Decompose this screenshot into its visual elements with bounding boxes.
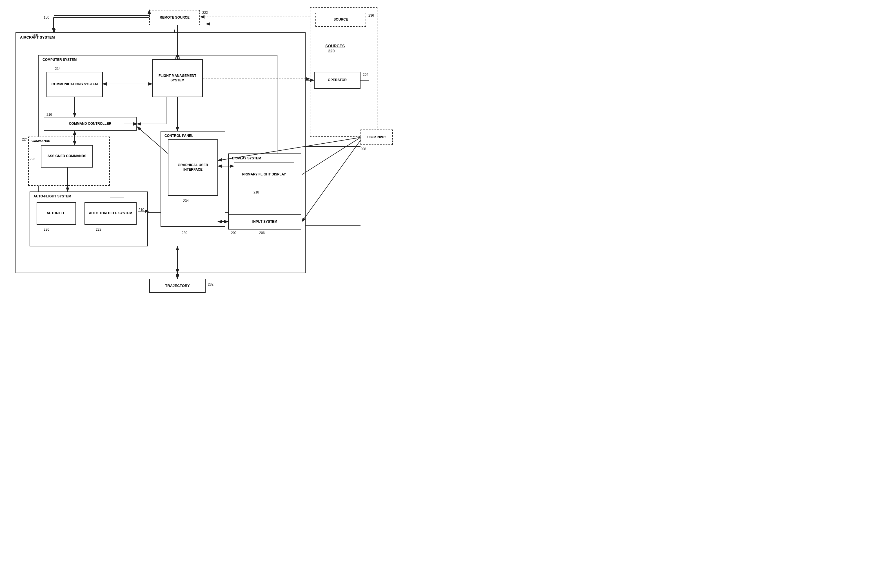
label-212: 212 [175,56,180,59]
svg-line-59 [302,140,360,222]
label-223: 223 [30,157,35,161]
label-218: 218 [254,190,259,194]
svg-line-62 [302,137,360,175]
communications-system-box: COMMUNICATIONS SYSTEM [47,72,103,97]
diagram: 150 REMOTE SOURCE 222 SOURCE 236 SOURCES… [0,0,445,294]
sources-label: SOURCES [325,44,345,48]
label-234: 234 [183,199,189,203]
label-224: 224 [22,137,28,141]
label-204: 204 [363,73,368,76]
label-202: 202 [231,231,237,235]
label-208: 208 [360,147,366,151]
autopilot-box: AUTOPILOT [37,202,76,225]
source-box: SOURCE [315,13,366,27]
input-system-box: INPUT SYSTEM [228,214,302,230]
label-200: 200 [32,33,38,37]
operator-box: OPERATOR [314,72,360,89]
primary-flight-display-box: PRIMARY FLIGHT DISPLAY [234,162,294,187]
label-150: 150 [44,15,49,20]
label-228: 228 [96,228,101,231]
label-226: 226 [44,228,49,231]
trajectory-box: TRAJECTORY [149,279,206,293]
gui-box: GRAPHICAL USER INTERFACE [168,140,218,196]
label-220: 220 [328,49,335,53]
label-222: 222 [202,11,208,15]
flight-management-box: FLIGHT MANAGEMENT SYSTEM [152,59,203,97]
label-236: 236 [368,14,374,18]
remote-source-box: REMOTE SOURCE [149,10,200,26]
label-206: 206 [259,231,265,235]
label-216: 216 [47,112,52,117]
command-controller-box: COMMAND CONTROLLER [44,117,137,131]
label-232: 232 [208,282,213,286]
assigned-commands-box: ASSIGNED COMMANDS [41,145,93,168]
auto-throttle-box: AUTO THROTTLE SYSTEM [84,202,137,225]
label-230: 230 [182,231,187,235]
user-input-box: USER INPUT [360,129,393,145]
label-210: 210 [138,208,144,212]
label-214: 214 [55,67,60,70]
